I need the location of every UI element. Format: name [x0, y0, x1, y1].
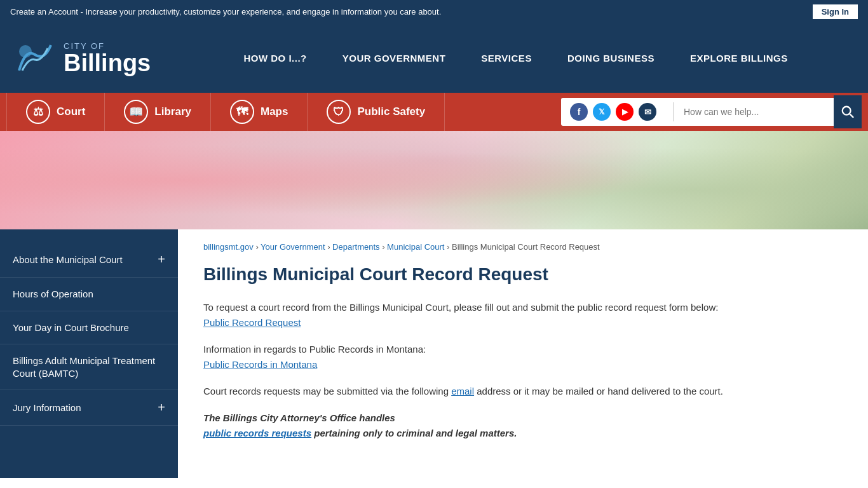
nav-doing-business[interactable]: DOING BUSINESS [550, 23, 672, 93]
sidebar-item-hours-label: Hours of Operation [13, 288, 165, 301]
breadcrumb-sep-2: › [327, 242, 332, 252]
court-icon: ⚖ [26, 100, 50, 124]
quick-bar: ⚖ Court 📖 Library 🗺 Maps 🛡 Public Safety… [0, 93, 868, 131]
court-label: Court [57, 105, 85, 118]
sidebar-item-brochure[interactable]: Your Day in Court Brochure [0, 311, 178, 345]
sign-in-button[interactable]: Sign In [813, 4, 858, 19]
breadcrumb-dept[interactable]: Departments [332, 242, 379, 252]
sidebar-item-brochure-label: Your Day in Court Brochure [13, 322, 165, 334]
public-records-requests-link[interactable]: public records requests [203, 428, 311, 438]
main-content: billingsmt.gov › Your Government › Depar… [178, 229, 868, 478]
breadcrumb-sep-1: › [255, 242, 261, 252]
paragraph-4: The Billings City Attorney's Office hand… [203, 410, 724, 441]
public-records-montana-link[interactable]: Public Records in Montana [203, 359, 317, 370]
quick-court[interactable]: ⚖ Court [6, 93, 105, 131]
nav-explore-billings[interactable]: EXPLORE BILLINGS [672, 23, 806, 93]
paragraph-2: Information in regards to Public Records… [203, 342, 724, 372]
attorney-text: The Billings City Attorney's Office hand… [203, 412, 395, 423]
sidebar-item-jury[interactable]: Jury Information + [0, 390, 178, 426]
maps-icon: 🗺 [230, 100, 254, 124]
breadcrumb-gov[interactable]: Your Government [261, 242, 325, 252]
nav-how-do-i[interactable]: HOW DO I...? [226, 23, 324, 93]
search-social-area: f 𝕏 ▶ ✉ [561, 98, 862, 126]
youtube-icon[interactable]: ▶ [616, 103, 634, 121]
hero-image [0, 131, 868, 229]
email-link[interactable]: email [451, 386, 474, 396]
breadcrumb-court[interactable]: Municipal Court [387, 242, 444, 252]
main-nav: HOW DO I...? YOUR GOVERNMENT SERVICES DO… [176, 23, 855, 93]
quick-public-safety[interactable]: 🛡 Public Safety [308, 93, 445, 131]
public-safety-label: Public Safety [357, 105, 425, 118]
main-header: CITY OF Billings HOW DO I...? YOUR GOVER… [0, 23, 868, 93]
social-icons: f 𝕏 ▶ ✉ [570, 103, 656, 121]
attorney-text-2: pertaining only to criminal and legal ma… [311, 428, 517, 438]
sidebar-jury-plus-icon: + [158, 400, 165, 415]
paragraph-1-text: To request a court record from the Billi… [203, 302, 718, 313]
public-record-request-link[interactable]: Public Record Request [203, 317, 301, 328]
sidebar-item-about[interactable]: About the Municipal Court + [0, 242, 178, 278]
sidebar-item-jury-label: Jury Information [13, 402, 151, 414]
quick-maps[interactable]: 🗺 Maps [211, 93, 308, 131]
breadcrumb-home[interactable]: billingsmt.gov [203, 242, 254, 252]
logo-text: CITY OF Billings [64, 41, 151, 75]
city-logo-icon [13, 36, 57, 80]
maps-label: Maps [261, 105, 288, 118]
billings-label: Billings [64, 51, 151, 75]
breadcrumb: billingsmt.gov › Your Government › Depar… [203, 242, 843, 252]
paragraph-3-text: Court records requests may be submitted … [203, 386, 723, 396]
svg-point-2 [843, 107, 851, 115]
search-divider [673, 102, 674, 121]
sidebar-item-hours[interactable]: Hours of Operation [0, 278, 178, 311]
svg-line-3 [850, 114, 853, 118]
breadcrumb-sep-3: › [382, 242, 387, 252]
paragraph-3: Court records requests may be submitted … [203, 384, 724, 399]
public-safety-icon: 🛡 [327, 100, 351, 124]
search-button[interactable] [834, 95, 862, 128]
content-body: To request a court record from the Billi… [203, 300, 724, 441]
library-label: Library [154, 105, 191, 118]
sidebar: About the Municipal Court + Hours of Ope… [0, 229, 178, 478]
breadcrumb-current: Billings Municipal Court Record Request [452, 242, 600, 252]
logo-link[interactable]: CITY OF Billings [13, 36, 151, 80]
paragraph-2-text: Information in regards to Public Records… [203, 344, 426, 355]
sidebar-item-bamtc[interactable]: Billings Adult Municipal Treatment Court… [0, 344, 178, 390]
search-icon [841, 105, 855, 119]
twitter-icon[interactable]: 𝕏 [593, 103, 611, 121]
svg-point-1 [19, 45, 32, 58]
sidebar-item-about-label: About the Municipal Court [13, 254, 151, 266]
facebook-icon[interactable]: f [570, 103, 588, 121]
sidebar-item-bamtc-label: Billings Adult Municipal Treatment Court… [13, 355, 165, 379]
nav-services[interactable]: SERVICES [463, 23, 550, 93]
paragraph-1: To request a court record from the Billi… [203, 300, 724, 330]
breadcrumb-sep-4: › [447, 242, 452, 252]
nav-your-government[interactable]: YOUR GOVERNMENT [325, 23, 464, 93]
sidebar-about-plus-icon: + [158, 252, 165, 267]
content-wrap: About the Municipal Court + Hours of Ope… [0, 229, 868, 478]
top-bar-message: Create an Account - Increase your produc… [10, 7, 813, 17]
email-icon[interactable]: ✉ [639, 103, 656, 121]
top-bar: Create an Account - Increase your produc… [0, 0, 868, 23]
search-input[interactable] [684, 107, 824, 117]
page-title: Billings Municipal Court Record Request [203, 264, 843, 285]
library-icon: 📖 [124, 100, 148, 124]
svg-rect-0 [13, 36, 57, 80]
quick-library[interactable]: 📖 Library [105, 93, 211, 131]
